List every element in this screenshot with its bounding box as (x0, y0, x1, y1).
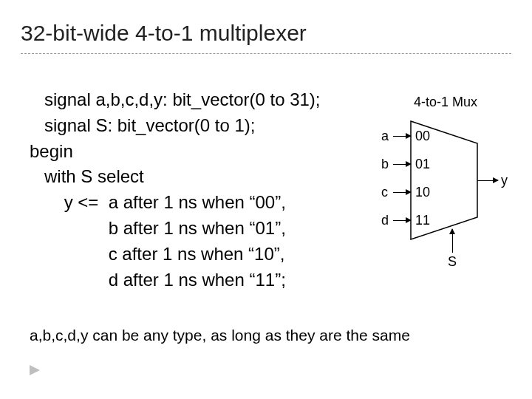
mux-title: 4-to-1 Mux (414, 95, 477, 110)
arrow-y (477, 180, 498, 181)
mux-input-a: a (381, 129, 389, 144)
code-block: signal a,b,c,d,y: bit_vector(0 to 31); s… (30, 87, 321, 293)
code-line: with S select (30, 166, 144, 186)
bullet-icon (30, 365, 43, 378)
arrow-b (393, 164, 411, 165)
arrow-a (393, 136, 411, 137)
mux-input-d: d (381, 213, 389, 228)
mux-sel-11: 11 (415, 213, 430, 228)
mux-sel-00: 00 (415, 129, 430, 144)
arrow-s (452, 229, 453, 253)
arrow-d (393, 220, 411, 221)
code-line: y <= a after 1 ns when “00”, (30, 192, 286, 212)
code-line: begin (30, 141, 73, 161)
mux-input-c: c (381, 185, 388, 200)
slide-title: 32-bit-wide 4-to-1 multiplexer (21, 21, 307, 46)
mux-sel-10: 10 (415, 185, 430, 200)
mux-sel-s: S (448, 254, 457, 270)
mux-output-y: y (501, 173, 508, 188)
footnote: a,b,c,d,y can be any type, as long as th… (30, 327, 410, 344)
code-line: b after 1 ns when “01”, (30, 218, 286, 238)
mux-sel-01: 01 (415, 157, 430, 172)
code-line: signal a,b,c,d,y: bit_vector(0 to 31); (30, 89, 321, 109)
mux-input-b: b (381, 157, 389, 172)
code-line: signal S: bit_vector(0 to 1); (30, 115, 255, 135)
code-line: d after 1 ns when “11”; (30, 270, 286, 290)
title-underline (21, 53, 511, 54)
code-line: c after 1 ns when “10”, (30, 244, 284, 264)
mux-diagram: 4-to-1 Mux a 00 b 01 c 10 d 11 y S (384, 95, 517, 287)
arrow-c (393, 192, 411, 193)
slide-root: 32-bit-wide 4-to-1 multiplexer signal a,… (0, 0, 532, 399)
svg-marker-1 (30, 365, 40, 375)
